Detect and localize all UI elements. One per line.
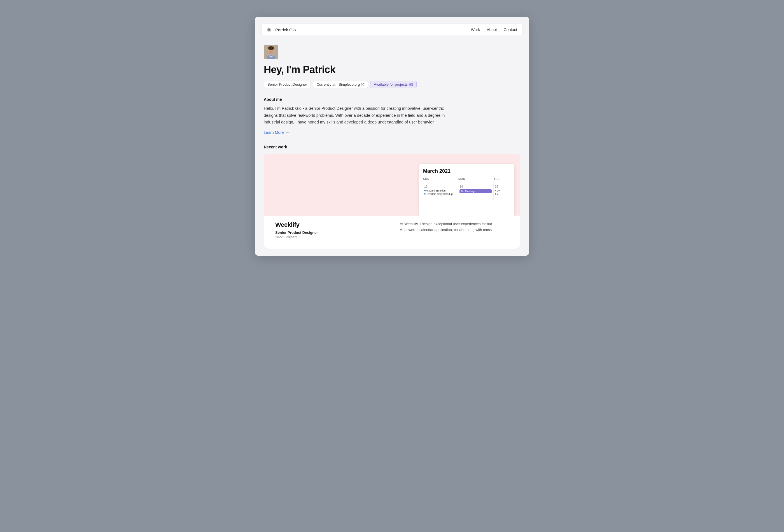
navbar: ◎ Patrick Gio Work About Contact <box>261 24 523 36</box>
about-text: Hello, I'm Patrick Gio - a Senior Produc… <box>264 105 454 126</box>
badge-company-name[interactable]: Simpleco.org <box>338 82 360 86</box>
cal-no-meetings: No Meetings <box>459 189 492 193</box>
cal-header-mon: MON <box>458 177 494 180</box>
about-label: About me <box>264 97 520 102</box>
badge-company-prefix: Currently at <box>317 82 335 86</box>
learn-more-text: Learn More <box>264 130 284 135</box>
cal-dot-3 <box>495 190 496 191</box>
external-link-icon <box>361 83 364 86</box>
badges-row: Senior Product Designer Currently at Sim… <box>264 81 520 88</box>
badge-role: Senior Product Designer <box>264 81 311 88</box>
project-role: Senior Product Designer <box>275 230 384 235</box>
cal-cell-tue: 15 2+ 4+ <box>494 183 510 200</box>
cal-event-tue-1: 2+ <box>495 189 509 192</box>
cal-cell-sun: 13 9:00am Breakfast 10:00am Daily Standu… <box>423 183 458 200</box>
navbar-links: Work About Contact <box>471 27 517 32</box>
cal-event-tue-2: 4+ <box>495 193 509 195</box>
cal-dot-2 <box>424 193 426 195</box>
project-year: 2022 - Present <box>275 235 384 239</box>
logo-icon: ◎ <box>267 27 273 33</box>
app-window: ◎ Patrick Gio Work About Contact <box>255 17 529 256</box>
hero-title: Hey, I'm Patrick <box>264 64 520 76</box>
svg-point-3 <box>269 51 273 54</box>
cal-dot-1 <box>424 190 426 191</box>
work-card-image: March 2021 SUN MON TUE 13 9:00am B <box>264 154 520 216</box>
calendar-title: March 2021 <box>423 168 510 174</box>
main-content: Hey, I'm Patrick Senior Product Designer… <box>261 45 523 249</box>
cal-date-15: 15 <box>495 185 509 188</box>
cal-event-standup: 10:00am Daily Standup <box>424 193 456 195</box>
cal-dot-4 <box>495 193 496 195</box>
project-name-text: Weeklify <box>275 221 299 229</box>
work-card-info-right: At Weeklify, I design exceptional user e… <box>394 216 514 242</box>
cal-event-tue-2-text: 4+ <box>497 193 500 195</box>
recent-work-section: Recent work March 2021 SUN MON TUE 13 <box>264 145 520 249</box>
badge-available-text: Available for projects <box>374 82 408 86</box>
project-name: Weeklify <box>275 221 384 229</box>
badge-available: Available for projects <box>370 81 416 88</box>
cal-event-breakfast: 9:00am Breakfast <box>424 189 456 192</box>
cal-date-14: 14 <box>459 185 492 188</box>
brand-name: Patrick Gio <box>275 27 296 32</box>
nav-contact[interactable]: Contact <box>504 27 517 32</box>
cal-header-tue: TUE <box>494 177 510 180</box>
learn-more-link[interactable]: Learn More → <box>264 130 520 135</box>
avatar <box>264 45 278 59</box>
svg-rect-5 <box>410 83 413 86</box>
navbar-brand: ◎ Patrick Gio <box>267 27 296 33</box>
about-section: About me Hello, I'm Patrick Gio - a Seni… <box>264 97 520 135</box>
cal-event-tue-1-text: 2+ <box>497 189 500 192</box>
work-card-info-left: Weeklify Senior Product Designer 2022 - … <box>270 216 390 242</box>
work-card-weeklify: March 2021 SUN MON TUE 13 9:00am B <box>264 154 520 249</box>
cal-event-standup-text: 10:00am Daily Standup <box>426 193 453 195</box>
cal-cell-mon: 14 No Meetings <box>458 183 494 200</box>
cal-event-breakfast-text: 9:00am Breakfast <box>426 189 446 192</box>
arrow-icon: → <box>286 130 289 135</box>
mail-icon <box>409 83 413 86</box>
cal-date-13: 13 <box>424 185 456 188</box>
nav-about[interactable]: About <box>487 27 497 32</box>
avatar-wrap <box>264 45 520 59</box>
recent-work-label: Recent work <box>264 145 520 149</box>
project-description: At Weeklify, I design exceptional user e… <box>400 221 495 233</box>
calendar-body: 13 9:00am Breakfast 10:00am Daily Standu… <box>423 183 510 200</box>
avatar-image <box>264 45 278 59</box>
nav-work[interactable]: Work <box>471 27 480 32</box>
work-card-body: Weeklify Senior Product Designer 2022 - … <box>264 216 520 242</box>
cal-header-sun: SUN <box>423 177 458 180</box>
svg-point-2 <box>268 46 274 50</box>
badge-company: Currently at Simpleco.org <box>313 81 368 88</box>
calendar-preview: March 2021 SUN MON TUE 13 9:00am B <box>419 164 514 216</box>
calendar-header: SUN MON TUE <box>423 177 510 182</box>
